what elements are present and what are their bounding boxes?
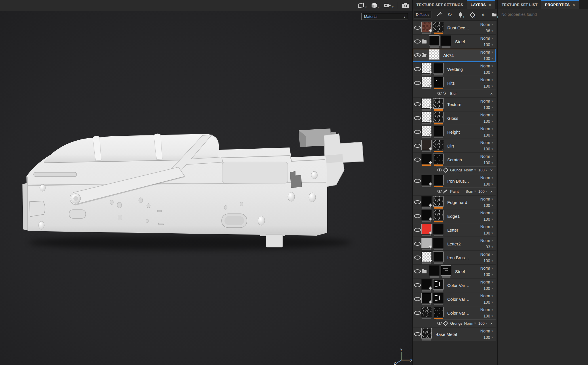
thumbnail-black[interactable]: [421, 210, 432, 220]
opacity-dropdown[interactable]: 100∨: [470, 335, 494, 340]
layer-thumbnail[interactable]: [433, 175, 444, 187]
effect-row[interactable]: Grunge S…Norm∨100∨×: [413, 166, 496, 174]
thumbnail-black[interactable]: [429, 35, 439, 46]
layer-thumbnail[interactable]: [433, 224, 444, 236]
layer-row[interactable]: ScratchNorm∨100∨: [413, 153, 496, 166]
blend-mode-dropdown[interactable]: Norm∨: [470, 238, 494, 243]
opacity-dropdown[interactable]: 100∨: [470, 133, 494, 137]
effect-blend-dropdown[interactable]: Norm∨: [464, 321, 476, 326]
thumbnail-shapes[interactable]: [433, 279, 444, 290]
screenshot-icon[interactable]: [402, 3, 409, 8]
thumbnail-black[interactable]: [421, 279, 432, 290]
layer-thumbnail[interactable]: [421, 98, 432, 111]
layer-thumbnail[interactable]: [441, 265, 451, 278]
layer-row[interactable]: Edge1Norm∨100∨: [413, 209, 496, 223]
folder-open-icon[interactable]: [421, 53, 428, 58]
layer-thumbnail[interactable]: [433, 210, 444, 222]
blend-mode-dropdown[interactable]: Norm∨: [470, 294, 494, 298]
layer-thumbnail[interactable]: [421, 279, 432, 292]
opacity-dropdown[interactable]: 100∨: [470, 105, 494, 110]
layer-thumbnail[interactable]: [433, 77, 444, 89]
thumbnail-noise[interactable]: [421, 328, 432, 338]
visibility-off-icon[interactable]: [414, 200, 421, 204]
add-smart-material-icon[interactable]: ◐: [480, 12, 487, 18]
visibility-off-icon[interactable]: [414, 311, 421, 315]
thumbnail-noise[interactable]: [433, 140, 444, 150]
layer-thumbnail[interactable]: [421, 175, 432, 187]
layer-thumbnail[interactable]: [421, 63, 432, 75]
layer-row[interactable]: Iron BrushedNorm∨100∨: [413, 251, 496, 264]
thumbnail-noise[interactable]: [433, 98, 444, 109]
layer-thumbnail[interactable]: [421, 307, 432, 319]
add-filter-icon[interactable]: ↻: [447, 12, 453, 18]
blend-mode-dropdown[interactable]: Norm∨: [470, 50, 494, 54]
folder-closed-icon[interactable]: [421, 39, 428, 44]
layer-thumbnail[interactable]: [433, 307, 444, 319]
opacity-dropdown[interactable]: 100∨: [470, 160, 494, 165]
visibility-off-icon[interactable]: [414, 283, 421, 287]
opacity-dropdown[interactable]: 100∨: [470, 231, 494, 235]
blend-mode-dropdown[interactable]: Norm∨: [470, 64, 494, 68]
opacity-dropdown[interactable]: 100∨: [470, 56, 494, 61]
tab-texture-set-list[interactable]: TEXTURE SET LIST: [498, 0, 541, 9]
visibility-on-icon[interactable]: [414, 53, 421, 57]
blend-mode-dropdown[interactable]: Norm∨: [470, 266, 494, 271]
effect-opacity-dropdown[interactable]: 100∨: [478, 321, 487, 326]
layer-thumbnail[interactable]: [433, 63, 444, 75]
visibility-off-icon[interactable]: [414, 144, 421, 148]
layer-row[interactable]: GlossNorm∨100∨: [413, 111, 496, 125]
thumbnail-black[interactable]: [421, 154, 432, 164]
layer-thumbnail[interactable]: [421, 251, 432, 264]
layer-row[interactable]: HeightNorm∨100∨: [413, 125, 496, 139]
layer-thumbnail[interactable]: [421, 77, 432, 89]
visibility-off-icon[interactable]: [414, 269, 421, 273]
blend-mode-dropdown[interactable]: Norm∨: [470, 175, 494, 180]
effect-blend-dropdown[interactable]: Scrn∨: [466, 189, 476, 194]
layer-row[interactable]: WeldingNorm∨100∨: [413, 63, 496, 76]
layer-row[interactable]: Color Variant BLueNorm∨100∨: [413, 306, 496, 319]
thumbnail-darknoise[interactable]: [433, 154, 444, 164]
thumbnail-checker[interactable]: [421, 77, 432, 87]
opacity-dropdown[interactable]: 100∨: [470, 300, 494, 305]
layer-thumbnail[interactable]: [433, 126, 444, 138]
opacity-dropdown[interactable]: 100∨: [470, 258, 494, 263]
thumbnail-dots[interactable]: [433, 77, 444, 87]
visibility-off-icon[interactable]: [414, 158, 421, 162]
thumbnail-black[interactable]: [433, 63, 444, 73]
visibility-off-icon[interactable]: [414, 214, 421, 218]
visibility-off-icon[interactable]: [414, 179, 421, 183]
thumbnail-darknoise[interactable]: [433, 307, 444, 317]
thumbnail-scribble[interactable]: [441, 265, 451, 276]
remove-effect-icon[interactable]: ×: [490, 91, 493, 96]
close-tab-icon[interactable]: ×: [572, 2, 575, 7]
effect-row[interactable]: Blur×: [413, 90, 496, 97]
thumbnail-checker[interactable]: [429, 49, 439, 60]
thumbnail-black[interactable]: [433, 251, 444, 262]
visibility-off-icon[interactable]: [414, 102, 421, 106]
thumbnail-darkbrown[interactable]: [421, 140, 432, 150]
tab-texture-set-settings[interactable]: TEXTURE SET SETTINGS: [413, 0, 467, 9]
magic-wand-icon[interactable]: [435, 12, 442, 18]
opacity-dropdown[interactable]: 100∨: [470, 119, 494, 124]
layer-thumbnail[interactable]: [433, 98, 444, 111]
layer-row[interactable]: Rust OcclusionNorm∨36∨: [413, 21, 496, 34]
thumbnail-noise[interactable]: [433, 210, 444, 220]
layer-thumbnail[interactable]: [433, 154, 444, 166]
layer-row[interactable]: Letter2Norm∨33∨: [413, 237, 496, 250]
axis-gizmo[interactable]: Y X Z: [394, 348, 412, 365]
thumbnail-black[interactable]: [429, 265, 439, 276]
layer-thumbnail[interactable]: [421, 210, 432, 222]
layer-thumbnail[interactable]: [421, 293, 432, 305]
blend-mode-dropdown[interactable]: Norm∨: [470, 22, 494, 27]
blend-mode-dropdown[interactable]: Norm∨: [470, 211, 494, 215]
layer-thumbnail[interactable]: [421, 126, 432, 138]
effect-row[interactable]: PaintScrn∨100∨×: [413, 188, 496, 195]
opacity-dropdown[interactable]: 100∨: [470, 42, 494, 47]
thumbnail-checker[interactable]: [421, 98, 432, 109]
camera-view-icon[interactable]: ∨: [384, 3, 394, 8]
add-folder-icon[interactable]: +: [492, 12, 498, 18]
tab-layers[interactable]: LAYERS ×: [467, 0, 495, 9]
layer-row[interactable]: AK74Norm∨100∨: [413, 49, 496, 62]
blend-mode-dropdown[interactable]: Norm∨: [470, 36, 494, 41]
thumbnail-lightgray[interactable]: [421, 238, 432, 248]
